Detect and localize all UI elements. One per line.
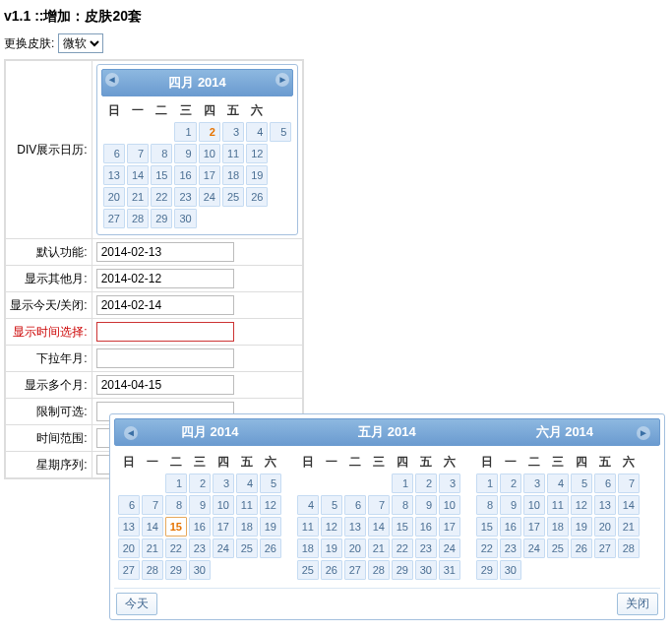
weekday-header: 日: [297, 452, 319, 472]
day-cell[interactable]: 2: [415, 474, 437, 483]
label-multi-month: 显示多个月:: [5, 372, 92, 399]
weekday-header: 日: [118, 452, 140, 472]
input-time-select[interactable]: [96, 322, 234, 342]
label-time-select: 显示时间选择:: [5, 319, 92, 346]
input-today-close[interactable]: [96, 295, 234, 315]
day-cell[interactable]: 3: [222, 122, 244, 142]
multi-cal-title-0: 四月 2014: [181, 424, 239, 439]
label-dropdown-ym: 下拉年月:: [5, 346, 92, 372]
weekday-header: 四: [392, 452, 413, 472]
day-cell[interactable]: 7: [618, 474, 640, 483]
weekday-header: 五: [594, 452, 616, 472]
day-cell[interactable]: 1: [392, 474, 413, 483]
weekday-header: 三: [189, 452, 211, 472]
day-cell[interactable]: 19: [246, 165, 268, 185]
day-cell[interactable]: 12: [246, 144, 268, 163]
multi-cal-title-2: 六月 2014: [536, 424, 594, 439]
input-default[interactable]: [96, 242, 234, 262]
weekday-header: 一: [321, 452, 342, 472]
skin-label: 更换皮肤:: [4, 36, 54, 50]
prev-month-icon[interactable]: ◄: [105, 73, 119, 87]
day-cell[interactable]: 1: [165, 474, 187, 483]
weekday-header: 一: [142, 452, 163, 472]
day-cell[interactable]: 2: [199, 122, 220, 142]
weekday-header: 六: [618, 452, 640, 472]
weekday-header: 五: [236, 452, 258, 472]
day-cell[interactable]: 9: [174, 144, 196, 163]
weekday-header: 一: [127, 100, 149, 120]
day-cell[interactable]: 29: [151, 209, 172, 228]
weekday-header: 二: [165, 452, 187, 472]
multi-calendar: ◄ 四月 2014 五月 2014 六月 2014 ► 日一二三四五六12345…: [109, 413, 665, 483]
label-div-calendar: DIV展示日历:: [5, 60, 92, 239]
day-cell[interactable]: 16: [174, 165, 196, 185]
label-limit: 限制可选:: [5, 399, 92, 425]
day-cell[interactable]: 30: [174, 209, 196, 228]
next-month-icon[interactable]: ►: [275, 73, 289, 87]
weekday-header: 六: [246, 100, 268, 120]
weekday-header: 三: [174, 100, 196, 120]
multi-calendar-grid-1: 日一二三四五六123456789101112131415161718192021…: [295, 450, 462, 483]
day-cell[interactable]: 1: [476, 474, 498, 483]
day-cell[interactable]: 20: [103, 187, 125, 207]
day-cell[interactable]: 5: [260, 474, 281, 483]
day-cell[interactable]: 10: [199, 144, 220, 163]
day-cell[interactable]: 22: [151, 187, 172, 207]
multi-cal-header: ◄ 四月 2014 五月 2014 六月 2014 ►: [114, 418, 660, 446]
multi-cal-title-1: 五月 2014: [358, 424, 416, 439]
day-cell[interactable]: 28: [127, 209, 149, 228]
day-cell[interactable]: 18: [222, 165, 244, 185]
multi-next-month-icon[interactable]: ►: [637, 426, 650, 440]
day-cell[interactable]: 5: [571, 474, 592, 483]
day-cell[interactable]: 4: [236, 474, 258, 483]
label-today-close: 显示今天/关闭:: [5, 292, 92, 319]
weekday-header: 五: [415, 452, 437, 472]
day-cell[interactable]: 15: [151, 165, 172, 185]
weekday-header: 四: [213, 452, 234, 472]
weekday-header: 二: [344, 452, 366, 472]
label-other-month: 显示其他月:: [5, 266, 92, 292]
weekday-header: 五: [222, 100, 244, 120]
day-cell[interactable]: 8: [151, 144, 172, 163]
day-cell[interactable]: 6: [103, 144, 125, 163]
day-cell[interactable]: 24: [199, 187, 220, 207]
day-cell[interactable]: 14: [127, 165, 149, 185]
multi-calendar-grid-2: 日一二三四五六123456789101112131415161718192021…: [474, 450, 641, 483]
single-calendar-grid: 日一二三四五六123456789101112131415161718192021…: [101, 98, 294, 230]
input-dropdown-ym[interactable]: [96, 348, 234, 368]
day-cell[interactable]: 6: [594, 474, 616, 483]
multi-prev-month-icon[interactable]: ◄: [124, 426, 138, 440]
weekday-header: 六: [260, 452, 281, 472]
label-week-seq: 星期序列:: [5, 452, 92, 479]
day-cell[interactable]: 26: [246, 187, 268, 207]
day-cell[interactable]: 25: [222, 187, 244, 207]
weekday-header: 日: [476, 452, 498, 472]
day-cell[interactable]: 27: [103, 209, 125, 228]
weekday-header: 四: [199, 100, 220, 120]
label-time-range: 时间范围:: [5, 425, 92, 452]
day-cell[interactable]: 2: [500, 474, 521, 483]
weekday-header: 六: [439, 452, 460, 472]
weekday-header: 四: [571, 452, 592, 472]
input-multi-month[interactable]: [96, 375, 234, 395]
day-cell[interactable]: 1: [174, 122, 196, 142]
cal-header: ◄ 四月 2014 ►: [101, 69, 294, 96]
day-cell[interactable]: 3: [439, 474, 460, 483]
day-cell[interactable]: 11: [222, 144, 244, 163]
day-cell[interactable]: 4: [547, 474, 569, 483]
weekday-header: 二: [523, 452, 545, 472]
weekday-header: 三: [368, 452, 390, 472]
day-cell[interactable]: 3: [523, 474, 545, 483]
label-default: 默认功能:: [5, 239, 92, 266]
day-cell[interactable]: 4: [246, 122, 268, 142]
day-cell[interactable]: 2: [189, 474, 211, 483]
day-cell[interactable]: 5: [270, 122, 291, 142]
day-cell[interactable]: 3: [213, 474, 234, 483]
day-cell[interactable]: 13: [103, 165, 125, 185]
day-cell[interactable]: 21: [127, 187, 149, 207]
skin-select[interactable]: 微软: [58, 33, 103, 53]
input-other-month[interactable]: [96, 269, 234, 288]
day-cell[interactable]: 23: [174, 187, 196, 207]
day-cell[interactable]: 17: [199, 165, 220, 185]
day-cell[interactable]: 7: [127, 144, 149, 163]
